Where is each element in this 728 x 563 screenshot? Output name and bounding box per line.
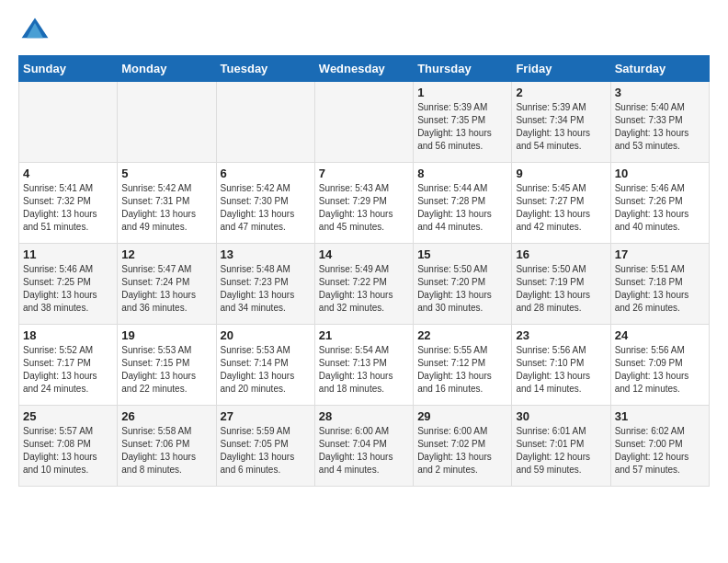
- day-info: Sunrise: 5:40 AM Sunset: 7:33 PM Dayligh…: [615, 101, 705, 153]
- day-number: 20: [221, 328, 311, 342]
- calendar-cell: 28Sunrise: 6:00 AM Sunset: 7:04 PM Dayli…: [314, 406, 413, 487]
- day-info: Sunrise: 5:43 AM Sunset: 7:29 PM Dayligh…: [319, 182, 409, 234]
- day-info: Sunrise: 5:53 AM Sunset: 7:14 PM Dayligh…: [221, 344, 311, 396]
- day-number: 15: [417, 247, 507, 261]
- day-info: Sunrise: 5:45 AM Sunset: 7:27 PM Dayligh…: [516, 182, 606, 234]
- day-number: 25: [23, 409, 113, 423]
- day-info: Sunrise: 5:51 AM Sunset: 7:18 PM Dayligh…: [615, 263, 705, 315]
- calendar-cell: [314, 82, 413, 163]
- day-number: 6: [221, 167, 311, 180]
- calendar-cell: 1Sunrise: 5:39 AM Sunset: 7:35 PM Daylig…: [414, 82, 512, 163]
- day-info: Sunrise: 5:50 AM Sunset: 7:19 PM Dayligh…: [516, 263, 606, 315]
- day-info: Sunrise: 5:46 AM Sunset: 7:26 PM Dayligh…: [615, 182, 705, 234]
- day-number: 10: [615, 167, 705, 180]
- calendar-cell: 31Sunrise: 6:02 AM Sunset: 7:00 PM Dayli…: [610, 406, 709, 487]
- day-info: Sunrise: 5:55 AM Sunset: 7:12 PM Dayligh…: [417, 344, 507, 396]
- calendar-cell: 2Sunrise: 5:39 AM Sunset: 7:34 PM Daylig…: [512, 82, 610, 163]
- week-row-4: 18Sunrise: 5:52 AM Sunset: 7:17 PM Dayli…: [19, 325, 710, 406]
- day-number: 14: [319, 247, 409, 261]
- day-number: 3: [615, 86, 705, 99]
- calendar-cell: 30Sunrise: 6:01 AM Sunset: 7:01 PM Dayli…: [512, 406, 610, 487]
- calendar-cell: 10Sunrise: 5:46 AM Sunset: 7:26 PM Dayli…: [610, 163, 709, 244]
- calendar-cell: 12Sunrise: 5:47 AM Sunset: 7:24 PM Dayli…: [118, 244, 216, 325]
- day-info: Sunrise: 5:47 AM Sunset: 7:24 PM Dayligh…: [121, 263, 211, 315]
- calendar-cell: [19, 82, 118, 163]
- week-row-2: 4Sunrise: 5:41 AM Sunset: 7:32 PM Daylig…: [19, 163, 710, 244]
- day-number: 11: [23, 247, 113, 261]
- calendar-cell: 3Sunrise: 5:40 AM Sunset: 7:33 PM Daylig…: [610, 82, 709, 163]
- calendar-cell: 5Sunrise: 5:42 AM Sunset: 7:31 PM Daylig…: [118, 163, 216, 244]
- day-number: 23: [516, 328, 606, 342]
- day-number: 7: [319, 167, 409, 180]
- calendar-cell: 4Sunrise: 5:41 AM Sunset: 7:32 PM Daylig…: [19, 163, 118, 244]
- day-header-wednesday: Wednesday: [314, 56, 413, 82]
- day-header-friday: Friday: [512, 56, 610, 82]
- day-number: 13: [221, 247, 311, 261]
- day-info: Sunrise: 6:02 AM Sunset: 7:00 PM Dayligh…: [615, 425, 705, 477]
- day-info: Sunrise: 5:53 AM Sunset: 7:15 PM Dayligh…: [121, 344, 211, 396]
- day-number: 19: [121, 328, 211, 342]
- day-info: Sunrise: 6:01 AM Sunset: 7:01 PM Dayligh…: [516, 425, 606, 477]
- header-row: SundayMondayTuesdayWednesdayThursdayFrid…: [19, 56, 710, 82]
- day-info: Sunrise: 5:39 AM Sunset: 7:35 PM Dayligh…: [417, 101, 507, 153]
- calendar-cell: 22Sunrise: 5:55 AM Sunset: 7:12 PM Dayli…: [414, 325, 512, 406]
- day-number: 22: [417, 328, 507, 342]
- day-number: 2: [516, 86, 606, 99]
- week-row-5: 25Sunrise: 5:57 AM Sunset: 7:08 PM Dayli…: [19, 406, 710, 487]
- calendar-cell: 24Sunrise: 5:56 AM Sunset: 7:09 PM Dayli…: [610, 325, 709, 406]
- calendar-cell: 27Sunrise: 5:59 AM Sunset: 7:05 PM Dayli…: [216, 406, 314, 487]
- logo-icon: [18, 15, 51, 48]
- calendar-cell: 26Sunrise: 5:58 AM Sunset: 7:06 PM Dayli…: [118, 406, 216, 487]
- day-number: 1: [417, 86, 507, 99]
- day-number: 30: [516, 409, 606, 423]
- day-info: Sunrise: 5:56 AM Sunset: 7:09 PM Dayligh…: [615, 344, 705, 396]
- day-number: 28: [319, 409, 409, 423]
- calendar-cell: 6Sunrise: 5:42 AM Sunset: 7:30 PM Daylig…: [216, 163, 314, 244]
- day-info: Sunrise: 5:50 AM Sunset: 7:20 PM Dayligh…: [417, 263, 507, 315]
- week-row-3: 11Sunrise: 5:46 AM Sunset: 7:25 PM Dayli…: [19, 244, 710, 325]
- calendar-table: SundayMondayTuesdayWednesdayThursdayFrid…: [18, 55, 710, 487]
- calendar-cell: 16Sunrise: 5:50 AM Sunset: 7:19 PM Dayli…: [512, 244, 610, 325]
- day-info: Sunrise: 5:57 AM Sunset: 7:08 PM Dayligh…: [23, 425, 113, 477]
- day-info: Sunrise: 6:00 AM Sunset: 7:04 PM Dayligh…: [319, 425, 409, 477]
- day-info: Sunrise: 6:00 AM Sunset: 7:02 PM Dayligh…: [417, 425, 507, 477]
- calendar-cell: 19Sunrise: 5:53 AM Sunset: 7:15 PM Dayli…: [118, 325, 216, 406]
- calendar-cell: [216, 82, 314, 163]
- calendar-cell: 23Sunrise: 5:56 AM Sunset: 7:10 PM Dayli…: [512, 325, 610, 406]
- calendar-cell: 11Sunrise: 5:46 AM Sunset: 7:25 PM Dayli…: [19, 244, 118, 325]
- day-info: Sunrise: 5:58 AM Sunset: 7:06 PM Dayligh…: [121, 425, 211, 477]
- calendar-cell: 18Sunrise: 5:52 AM Sunset: 7:17 PM Dayli…: [19, 325, 118, 406]
- day-number: 12: [121, 247, 211, 261]
- calendar-cell: 14Sunrise: 5:49 AM Sunset: 7:22 PM Dayli…: [314, 244, 413, 325]
- week-row-1: 1Sunrise: 5:39 AM Sunset: 7:35 PM Daylig…: [19, 82, 710, 163]
- day-number: 4: [23, 167, 113, 180]
- day-number: 27: [221, 409, 311, 423]
- day-info: Sunrise: 5:46 AM Sunset: 7:25 PM Dayligh…: [23, 263, 113, 315]
- day-header-saturday: Saturday: [610, 56, 709, 82]
- header: [18, 15, 710, 48]
- calendar-cell: 20Sunrise: 5:53 AM Sunset: 7:14 PM Dayli…: [216, 325, 314, 406]
- day-number: 18: [23, 328, 113, 342]
- calendar-cell: 7Sunrise: 5:43 AM Sunset: 7:29 PM Daylig…: [314, 163, 413, 244]
- day-info: Sunrise: 5:56 AM Sunset: 7:10 PM Dayligh…: [516, 344, 606, 396]
- day-header-tuesday: Tuesday: [216, 56, 314, 82]
- calendar-cell: 15Sunrise: 5:50 AM Sunset: 7:20 PM Dayli…: [414, 244, 512, 325]
- day-info: Sunrise: 5:44 AM Sunset: 7:28 PM Dayligh…: [417, 182, 507, 234]
- day-info: Sunrise: 5:41 AM Sunset: 7:32 PM Dayligh…: [23, 182, 113, 234]
- calendar-cell: 21Sunrise: 5:54 AM Sunset: 7:13 PM Dayli…: [314, 325, 413, 406]
- day-info: Sunrise: 5:52 AM Sunset: 7:17 PM Dayligh…: [23, 344, 113, 396]
- calendar-cell: 29Sunrise: 6:00 AM Sunset: 7:02 PM Dayli…: [414, 406, 512, 487]
- day-header-sunday: Sunday: [19, 56, 118, 82]
- day-info: Sunrise: 5:49 AM Sunset: 7:22 PM Dayligh…: [319, 263, 409, 315]
- day-number: 21: [319, 328, 409, 342]
- calendar-cell: 9Sunrise: 5:45 AM Sunset: 7:27 PM Daylig…: [512, 163, 610, 244]
- day-info: Sunrise: 5:42 AM Sunset: 7:30 PM Dayligh…: [221, 182, 311, 234]
- day-info: Sunrise: 5:42 AM Sunset: 7:31 PM Dayligh…: [121, 182, 211, 234]
- calendar-cell: 25Sunrise: 5:57 AM Sunset: 7:08 PM Dayli…: [19, 406, 118, 487]
- day-info: Sunrise: 5:59 AM Sunset: 7:05 PM Dayligh…: [221, 425, 311, 477]
- day-number: 9: [516, 167, 606, 180]
- calendar-cell: 8Sunrise: 5:44 AM Sunset: 7:28 PM Daylig…: [414, 163, 512, 244]
- day-number: 29: [417, 409, 507, 423]
- calendar-cell: 13Sunrise: 5:48 AM Sunset: 7:23 PM Dayli…: [216, 244, 314, 325]
- day-number: 26: [121, 409, 211, 423]
